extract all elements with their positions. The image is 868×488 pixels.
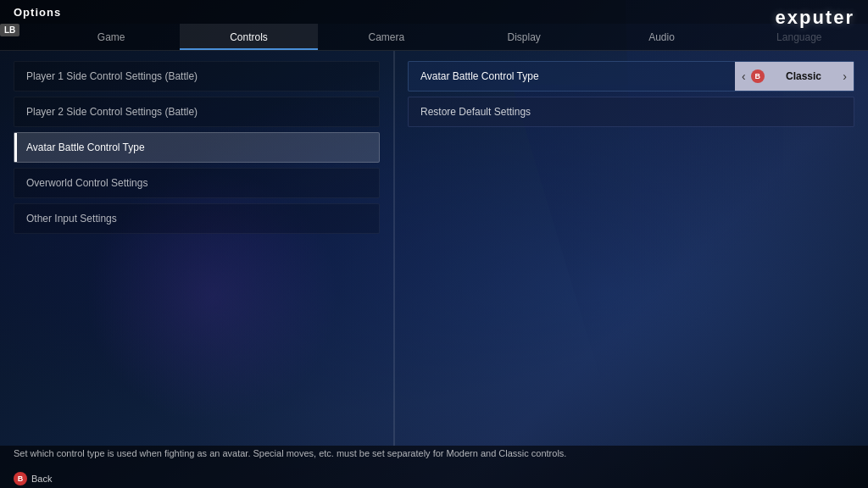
menu-item-p1-battle[interactable]: Player 1 Side Control Settings (Battle) <box>14 61 380 92</box>
menu-item-other-input[interactable]: Other Input Settings <box>14 203 380 234</box>
tab-game[interactable]: Game <box>42 24 180 50</box>
right-panel: Avatar Battle Control Type ‹ B Classic ›… <box>394 51 868 446</box>
tab-display[interactable]: Display <box>455 24 593 50</box>
chevron-left-icon[interactable]: ‹ <box>742 69 746 83</box>
back-label: Back <box>31 474 52 484</box>
avatar-battle-setting-control: ‹ B Classic › <box>735 62 854 91</box>
back-action[interactable]: B Back <box>14 472 52 485</box>
restore-defaults-label: Restore Default Settings <box>420 106 531 118</box>
window-title: Options <box>14 6 61 19</box>
chevron-right-icon[interactable]: › <box>843 69 847 83</box>
exputer-logo: exputer <box>776 7 854 29</box>
bottom-hint-text: Set which control type is used when figh… <box>14 448 854 458</box>
menu-item-p2-battle[interactable]: Player 2 Side Control Settings (Battle) <box>14 97 380 127</box>
left-panel: Player 1 Side Control Settings (Battle) … <box>0 51 394 446</box>
title-bar: Options <box>0 0 868 24</box>
lb-badge: LB <box>0 24 19 36</box>
b-button-icon: B <box>751 69 765 83</box>
tab-controls[interactable]: Controls <box>180 24 317 50</box>
avatar-battle-setting-row: Avatar Battle Control Type ‹ B Classic › <box>408 61 854 92</box>
bottom-bar: Set which control type is used when figh… <box>0 446 868 488</box>
setting-value-classic: Classic <box>770 70 838 82</box>
menu-item-avatar-battle[interactable]: Avatar Battle Control Type <box>14 132 380 163</box>
restore-defaults-button[interactable]: Restore Default Settings <box>408 97 854 127</box>
nav-tabs: LB Game Controls Camera Display Audio La… <box>0 24 868 51</box>
bottom-actions: B Back <box>14 472 854 485</box>
tab-audio[interactable]: Audio <box>593 24 730 50</box>
main-content: Player 1 Side Control Settings (Battle) … <box>0 51 868 446</box>
menu-item-overworld[interactable]: Overworld Control Settings <box>14 168 380 198</box>
avatar-battle-setting-label: Avatar Battle Control Type <box>409 70 735 82</box>
b-button-badge: B <box>14 472 27 485</box>
tab-camera[interactable]: Camera <box>318 24 455 50</box>
